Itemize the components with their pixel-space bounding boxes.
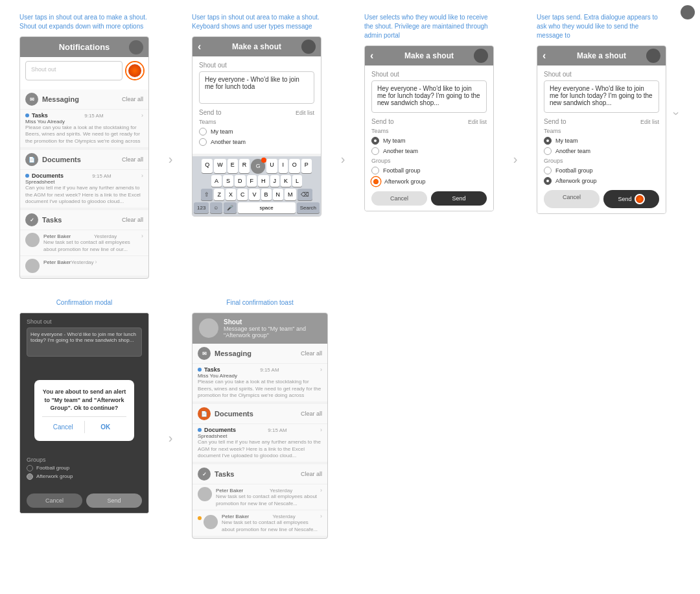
step5-caption: Confirmation modal (56, 298, 113, 307)
key-123[interactable]: 123 (194, 202, 209, 213)
cancel-btn-4[interactable]: Cancel (544, 190, 600, 208)
send-btn-3[interactable]: Send (431, 191, 487, 206)
peter-avatar-6b (204, 515, 218, 529)
radio-football-4[interactable]: Football group (544, 167, 659, 174)
messaging-icon: ✉ (25, 93, 38, 106)
key-delete[interactable]: ⌫ (298, 189, 312, 200)
notif-docs-6: 📄 Documents Clear all Documents 9:15 AM (192, 404, 327, 462)
settings-btn-4[interactable] (646, 49, 660, 63)
step3-content: Shout out Hey everyone - Who'd like to j… (365, 65, 493, 211)
modal-buttons: Cancel OK (42, 421, 126, 433)
radio-another-team-2[interactable]: Another team (199, 138, 314, 146)
tasks2-section: ✓ Tasks Clear all Peter Baker Yesterday (20, 210, 148, 276)
send-btn-4[interactable]: Send (603, 190, 659, 208)
shout-send-btn[interactable] (126, 62, 143, 79)
shout-text-3[interactable]: Hey everyone - Who'd like to join me for… (371, 80, 487, 113)
dark-send-btn[interactable]: Send (86, 493, 142, 508)
messaging-clear[interactable]: Clear all (122, 96, 143, 102)
tasks-item-6[interactable]: Tasks 9:15 AM › Miss You Already Please … (192, 363, 327, 401)
back-icon-3[interactable]: ‹ (370, 50, 373, 62)
key-space[interactable]: space (238, 202, 296, 213)
key-mic[interactable]: 🎤 (224, 202, 237, 213)
radio-my-team-2[interactable]: My team (199, 128, 314, 136)
msg-icon-6: ✉ (198, 347, 211, 360)
shout-text-4[interactable]: Hey everyone - Who'd like to join me for… (544, 80, 659, 113)
key-o[interactable]: O (289, 159, 300, 173)
key-v[interactable]: V (249, 189, 259, 200)
radio-another-team-circle-4 (544, 147, 552, 155)
key-z[interactable]: Z (214, 189, 224, 200)
key-j[interactable]: J (270, 175, 280, 187)
key-w[interactable]: W (214, 159, 226, 173)
modal-ok-btn[interactable]: OK (84, 421, 127, 433)
key-c[interactable]: C (237, 189, 248, 200)
key-k[interactable]: K (281, 175, 291, 187)
dark-radio-football[interactable]: Football group (27, 465, 142, 471)
msg-clear-6[interactable]: Clear all (301, 350, 322, 357)
messaging-label: ✉ Messaging (25, 93, 79, 106)
key-x[interactable]: X (226, 189, 236, 200)
settings-icon[interactable] (129, 40, 143, 54)
key-e[interactable]: E (228, 159, 238, 173)
send-to-3: Send to Edit list Teams My team Another … (371, 118, 487, 186)
settings-btn-2[interactable] (301, 40, 316, 54)
step3-container: User selects who they would like to rece… (364, 13, 494, 211)
key-h[interactable]: H (258, 175, 269, 187)
radio-football-3[interactable]: Football group (371, 167, 487, 174)
tasks2-clear[interactable]: Clear all (122, 217, 143, 223)
key-u[interactable]: U (266, 159, 277, 173)
modal-cancel-btn[interactable]: Cancel (42, 421, 84, 433)
step4-header: ‹ Make a shout (537, 46, 666, 65)
key-n[interactable]: N (273, 189, 284, 200)
key-shift[interactable]: ⇧ (201, 189, 213, 200)
radio-afterwork-4[interactable]: Afterwork group (544, 177, 659, 185)
step2-header: ‹ Make a shout (192, 37, 321, 56)
key-q[interactable]: Q (202, 159, 213, 173)
key-emoji[interactable]: ☺ (210, 202, 222, 213)
top-row: User taps in shout out area to make a sh… (19, 13, 681, 279)
key-a[interactable]: A (211, 175, 222, 187)
key-i[interactable]: I (279, 159, 288, 173)
key-g-highlighted[interactable]: G (251, 159, 265, 173)
doc-item-6[interactable]: Documents 9:15 AM › Spreadsheet Can you … (192, 423, 327, 462)
key-b[interactable]: B (261, 189, 272, 200)
cancel-btn-3[interactable]: Cancel (371, 191, 427, 206)
peter-item-2[interactable]: Peter Baker Yesterday › (20, 255, 148, 276)
docs-clear[interactable]: Clear all (122, 156, 143, 163)
radio-my-team-4[interactable]: My team (544, 137, 659, 145)
key-p[interactable]: P (301, 159, 312, 173)
back-icon[interactable]: ‹ (198, 41, 201, 53)
docs-clear-6[interactable]: Clear all (301, 410, 322, 417)
step5-container: Confirmation modal Shout out Hey everyon… (19, 298, 149, 514)
radio-another-team-4[interactable]: Another team (544, 147, 659, 155)
peter-item-1[interactable]: Peter Baker Yesterday › New task set to … (20, 230, 148, 255)
radio-another-team-3[interactable]: Another team (371, 147, 487, 155)
key-f[interactable]: F (247, 175, 257, 187)
shout-text-input[interactable]: Hey everyone - Who'd like to join me for… (199, 71, 314, 104)
key-m[interactable]: M (285, 189, 296, 200)
key-r[interactable]: R (239, 159, 250, 173)
tasks2-icon: ✓ (25, 213, 38, 226)
peter-item-6a[interactable]: Peter Baker Yesterday › New task set to … (192, 484, 327, 510)
arrow-1-2: › (161, 152, 180, 167)
key-d[interactable]: D (235, 175, 246, 187)
back-icon-4[interactable]: ‹ (542, 50, 546, 62)
peter-avatar-6a (198, 487, 212, 501)
peter-item-6b[interactable]: Peter Baker Yesterday › New task set to … (192, 510, 327, 536)
shout-input[interactable]: Shout out (25, 61, 122, 80)
step6-caption: Final confirmation toast (226, 298, 293, 307)
dark-radio-afterwork[interactable]: Afterwork group (27, 473, 142, 480)
key-s[interactable]: S (223, 175, 233, 187)
settings-btn-3[interactable] (474, 49, 488, 63)
tasks2-icon-6: ✓ (198, 468, 211, 481)
radio-my-team-3[interactable]: My team (371, 137, 487, 145)
shout-row[interactable]: Shout out (25, 61, 143, 80)
docs-label: 📄 Documents (25, 153, 81, 166)
tasks2-clear-6[interactable]: Clear all (301, 471, 322, 477)
dark-cancel-btn[interactable]: Cancel (27, 493, 82, 508)
key-l[interactable]: L (292, 175, 302, 187)
task-item-1[interactable]: Tasks 9:15 AM › Miss You Already Please … (20, 109, 148, 147)
doc-item-1[interactable]: Documents 9:15 AM › Spreadsheet Can you … (20, 169, 148, 208)
key-search[interactable]: Search (297, 202, 320, 213)
radio-afterwork-3[interactable]: Afterwork group (371, 177, 487, 186)
